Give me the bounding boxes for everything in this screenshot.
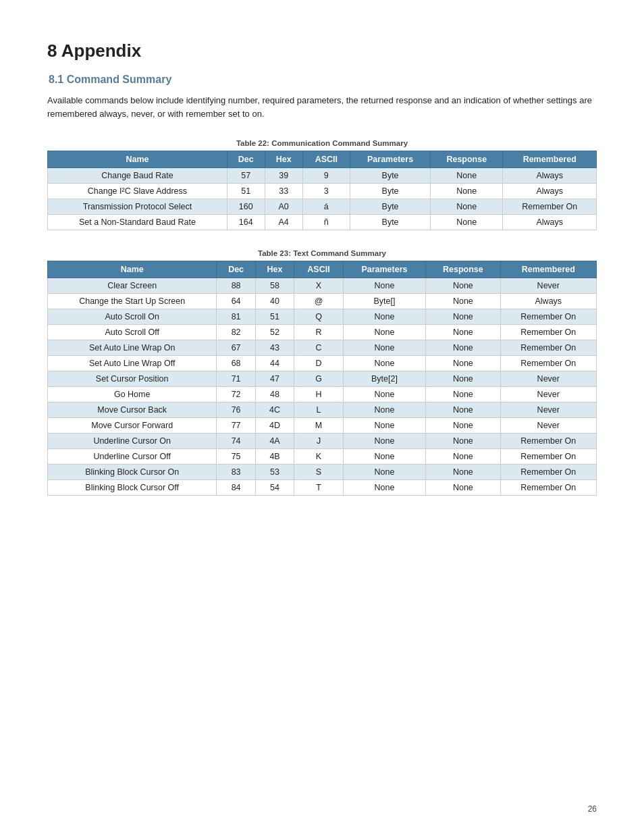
text-cell-r8-c0: Move Cursor Back	[48, 402, 217, 418]
text-cell-r11-c0: Underline Cursor Off	[48, 449, 217, 465]
text-cell-r4-c3: C	[294, 340, 343, 356]
text-table-row: Move Cursor Back764CLNoneNoneNever	[48, 402, 597, 418]
text-cell-r2-c5: None	[426, 309, 500, 325]
text-table-row: Underline Cursor Off754BKNoneNoneRemembe…	[48, 449, 597, 465]
comm-table-row: Set a Non-Standard Baud Rate164A4ñByteNo…	[48, 215, 597, 230]
text-cell-r1-c0: Change the Start Up Screen	[48, 294, 217, 309]
comm-cell-r3-c0: Set a Non-Standard Baud Rate	[48, 215, 227, 230]
text-table-row: Underline Cursor On744AJNoneNoneRemember…	[48, 434, 597, 449]
text-cell-r12-c6: Remember On	[500, 465, 596, 480]
text-cell-r2-c2: 51	[255, 309, 294, 325]
text-cell-r12-c5: None	[426, 465, 500, 480]
comm-table-row: Change Baud Rate57399ByteNoneAlways	[48, 168, 597, 184]
comm-header-hex: Hex	[265, 151, 302, 168]
text-cell-r8-c2: 4C	[255, 402, 294, 418]
comm-cell-r0-c2: 39	[265, 168, 302, 184]
text-cell-r11-c6: Remember On	[500, 449, 596, 465]
text-cell-r4-c2: 43	[255, 340, 294, 356]
text-command-table: NameDecHexASCIIParametersResponseRemembe…	[47, 261, 597, 496]
text-cell-r9-c6: Never	[500, 418, 596, 434]
text-cell-r9-c4: None	[343, 418, 425, 434]
text-cell-r3-c4: None	[343, 325, 425, 340]
text-cell-r3-c6: Remember On	[500, 325, 596, 340]
text-cell-r0-c3: X	[294, 278, 343, 294]
text-header-dec: Dec	[217, 261, 255, 278]
comm-cell-r0-c5: None	[431, 168, 503, 184]
text-cell-r7-c2: 48	[255, 387, 294, 402]
comm-header-dec: Dec	[227, 151, 265, 168]
comm-cell-r3-c1: 164	[227, 215, 265, 230]
text-cell-r9-c0: Move Cursor Forward	[48, 418, 217, 434]
text-cell-r12-c3: S	[294, 465, 343, 480]
text-cell-r8-c1: 76	[217, 402, 255, 418]
text-header-ascii: ASCII	[294, 261, 343, 278]
chapter-title: 8 Appendix	[47, 41, 597, 61]
comm-cell-r2-c0: Transmission Protocol Select	[48, 199, 227, 215]
comm-cell-r2-c3: á	[302, 199, 350, 215]
text-table-row: Move Cursor Forward774DMNoneNoneNever	[48, 418, 597, 434]
comm-cell-r3-c5: None	[431, 215, 503, 230]
table-text-caption-prefix: Table 23:	[258, 249, 293, 257]
comm-header-ascii: ASCII	[302, 151, 350, 168]
text-cell-r7-c1: 72	[217, 387, 255, 402]
comm-cell-r0-c4: Byte	[350, 168, 431, 184]
text-cell-r5-c3: D	[294, 356, 343, 371]
text-table-row: Change the Start Up Screen6440@Byte[]Non…	[48, 294, 597, 309]
text-cell-r4-c4: None	[343, 340, 425, 356]
comm-cell-r3-c6: Always	[503, 215, 597, 230]
comm-header-response: Response	[431, 151, 503, 168]
text-cell-r8-c6: Never	[500, 402, 596, 418]
comm-cell-r0-c3: 9	[302, 168, 350, 184]
comm-cell-r2-c5: None	[431, 199, 503, 215]
comm-header-name: Name	[48, 151, 227, 168]
text-cell-r3-c3: R	[294, 325, 343, 340]
comm-table-row: Change I²C Slave Address51333ByteNoneAlw…	[48, 184, 597, 199]
text-cell-r7-c4: None	[343, 387, 425, 402]
text-cell-r2-c0: Auto Scroll On	[48, 309, 217, 325]
text-table-row: Blinking Block Cursor Off8454TNoneNoneRe…	[48, 480, 597, 496]
text-cell-r0-c2: 58	[255, 278, 294, 294]
text-cell-r4-c6: Remember On	[500, 340, 596, 356]
text-cell-r5-c5: None	[426, 356, 500, 371]
text-cell-r2-c6: Remember On	[500, 309, 596, 325]
text-cell-r0-c6: Never	[500, 278, 596, 294]
comm-cell-r3-c3: ñ	[302, 215, 350, 230]
comm-cell-r2-c1: 160	[227, 199, 265, 215]
page-number: 26	[588, 804, 597, 814]
text-cell-r1-c5: None	[426, 294, 500, 309]
text-cell-r4-c5: None	[426, 340, 500, 356]
text-cell-r4-c1: 67	[217, 340, 255, 356]
comm-table-header-row: NameDecHexASCIIParametersResponseRemembe…	[48, 151, 597, 168]
text-cell-r10-c0: Underline Cursor On	[48, 434, 217, 449]
text-cell-r1-c3: @	[294, 294, 343, 309]
text-cell-r6-c3: G	[294, 371, 343, 387]
text-cell-r7-c0: Go Home	[48, 387, 217, 402]
text-cell-r0-c4: None	[343, 278, 425, 294]
section-title: 8.1 Command Summary	[47, 74, 597, 86]
comm-cell-r1-c1: 51	[227, 184, 265, 199]
text-cell-r5-c2: 44	[255, 356, 294, 371]
text-cell-r3-c5: None	[426, 325, 500, 340]
text-header-response: Response	[426, 261, 500, 278]
table-text-caption: Table 23: Text Command Summary	[47, 249, 597, 257]
text-cell-r11-c4: None	[343, 449, 425, 465]
text-cell-r5-c1: 68	[217, 356, 255, 371]
text-cell-r0-c1: 88	[217, 278, 255, 294]
text-table-row: Auto Scroll On8151QNoneNoneRemember On	[48, 309, 597, 325]
text-cell-r3-c2: 52	[255, 325, 294, 340]
text-cell-r10-c1: 74	[217, 434, 255, 449]
communication-command-table: NameDecHexASCIIParametersResponseRemembe…	[47, 151, 597, 230]
text-cell-r6-c5: None	[426, 371, 500, 387]
text-cell-r7-c3: H	[294, 387, 343, 402]
text-cell-r10-c3: J	[294, 434, 343, 449]
text-table-row: Set Auto Line Wrap On6743CNoneNoneRememb…	[48, 340, 597, 356]
text-cell-r10-c2: 4A	[255, 434, 294, 449]
table-comm-caption-type: Communication	[271, 139, 330, 147]
text-cell-r10-c4: None	[343, 434, 425, 449]
text-cell-r9-c3: M	[294, 418, 343, 434]
text-table-row: Clear Screen8858XNoneNoneNever	[48, 278, 597, 294]
text-table-row: Auto Scroll Off8252RNoneNoneRemember On	[48, 325, 597, 340]
text-cell-r11-c1: 75	[217, 449, 255, 465]
table-comm-caption: Table 22: Communication Command Summary	[47, 139, 597, 147]
text-cell-r8-c4: None	[343, 402, 425, 418]
